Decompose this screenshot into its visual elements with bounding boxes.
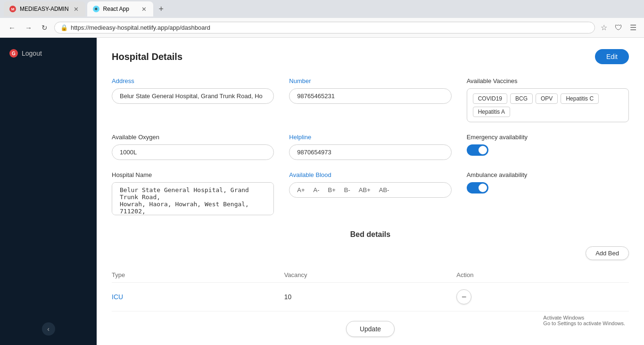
ambulance-label: Ambulance availability [467,171,629,178]
number-input[interactable] [289,88,451,104]
emergency-group: Emergency availability [467,134,629,160]
sidebar: G Logout ‹ [0,38,97,345]
table-row: ICU 10 − [112,283,629,311]
logout-label: Logout [22,50,42,57]
bed-vacancy: 10 [284,293,457,301]
vaccine-hepatitis-a: Hepatitis A [473,107,510,117]
edit-button[interactable]: Edit [595,49,629,64]
emergency-toggle-knob [479,146,487,154]
blood-label: Available Blood [289,171,451,178]
tab-bar: M MEDIEASY-ADMIN ✕ ⚛ React App ✕ + [0,0,644,18]
col-action: Action [456,271,629,278]
tab-close-react[interactable]: ✕ [140,5,148,14]
hospital-details-form: Address Number Available Vaccines COVID1… [112,77,629,215]
main-content: Hospital Details Edit Address Number Ava… [97,38,644,345]
bed-details-title: Bed details [112,230,629,239]
address-bar[interactable]: 🔒 https://medieasy-hospital.netlify.app/… [54,22,595,34]
oxygen-input[interactable] [112,144,274,160]
menu-button[interactable]: ☰ [628,21,638,34]
ambulance-toggle-knob [479,184,487,192]
blood-bminus: B- [342,185,352,194]
blood-aplus: A+ [295,185,306,194]
tab-label-medieasy: MEDIEASY-ADMIN [20,6,69,12]
hospital-name-group: Hospital Name Belur State General Hospit… [112,171,274,215]
logout-icon: G [9,49,18,58]
tab-medieasy-admin[interactable]: M MEDIEASY-ADMIN ✕ [4,1,85,17]
sidebar-toggle-button[interactable]: ‹ [42,322,55,336]
vaccine-opv: OPV [536,93,558,104]
tab-react-app[interactable]: ⚛ React App ✕ [87,1,153,17]
app-layout: G Logout ‹ Hospital Details Edit Address [0,38,644,345]
emergency-toggle[interactable] [467,144,488,156]
vaccine-hepatitis-c: Hepatitis C [561,93,599,104]
oxygen-group: Available Oxygen [112,134,274,160]
address-group: Address [112,77,274,122]
ambulance-toggle[interactable] [467,182,488,194]
forward-button[interactable]: → [22,22,35,34]
update-button[interactable]: Update [346,321,395,337]
helpline-group: Helpline [289,134,451,160]
logout-item[interactable]: G Logout [0,45,97,61]
blood-abminus: AB- [377,185,391,194]
vaccine-bcg: BCG [510,93,533,104]
vaccines-container: COVID19 BCG OPV Hepatitis C Hepatitis A [467,88,629,122]
blood-abplus: AB+ [357,185,372,194]
tab-label-react: React App [103,6,129,12]
reload-button[interactable]: ↻ [39,22,50,34]
browser-window: M MEDIEASY-ADMIN ✕ ⚛ React App ✕ + ← → ↻… [0,0,644,345]
url-text: https://medieasy-hospital.netlify.app/ap… [71,24,589,31]
lock-icon: 🔒 [60,24,68,31]
blood-group: Available Blood A+ A- B+ B- AB+ AB- [289,171,451,215]
col-vacancy: Vacancy [284,271,457,278]
helpline-input[interactable] [289,144,451,160]
hospital-name-textarea[interactable]: Belur State General Hospital, Grand Trun… [112,182,274,215]
bed-details-section: Bed details Add Bed Type Vacancy Action … [112,230,629,337]
tab-favicon-react: ⚛ [93,6,99,12]
number-group: Number [289,77,451,122]
helpline-label: Helpline [289,134,451,141]
vaccine-covid19: COVID19 [473,93,507,104]
chevron-left-icon: ‹ [47,325,50,333]
oxygen-label: Available Oxygen [112,134,274,141]
tab-favicon-medieasy: M [9,6,16,12]
bed-table-header: Type Vacancy Action [112,268,629,283]
hospital-name-label: Hospital Name [112,171,274,178]
bed-actions: Add Bed [112,246,629,260]
vaccines-label: Available Vaccines [467,77,629,84]
page-header: Hospital Details Edit [112,49,629,64]
blood-aminus: A- [312,185,322,194]
address-label: Address [112,77,274,84]
ambulance-group: Ambulance availability [467,171,629,215]
tab-close-medieasy[interactable]: ✕ [73,5,80,14]
page-title: Hospital Details [112,51,182,62]
number-label: Number [289,77,451,84]
vaccines-group: Available Vaccines COVID19 BCG OPV Hepat… [467,77,629,122]
address-bar-row: ← → ↻ 🔒 https://medieasy-hospital.netlif… [0,18,644,38]
add-bed-button[interactable]: Add Bed [586,246,629,260]
new-tab-button[interactable]: + [155,4,168,14]
decrease-vacancy-button[interactable]: − [456,289,471,304]
blood-types-container: A+ A- B+ B- AB+ AB- [289,182,451,198]
shield-button[interactable]: 🛡 [613,22,624,34]
back-button[interactable]: ← [6,22,18,34]
emergency-label: Emergency availability [467,134,629,141]
blood-bplus: B+ [326,185,338,194]
bed-type-icu: ICU [112,293,284,301]
address-input[interactable] [112,88,274,104]
col-type: Type [112,271,284,278]
bookmark-button[interactable]: ☆ [599,21,609,34]
